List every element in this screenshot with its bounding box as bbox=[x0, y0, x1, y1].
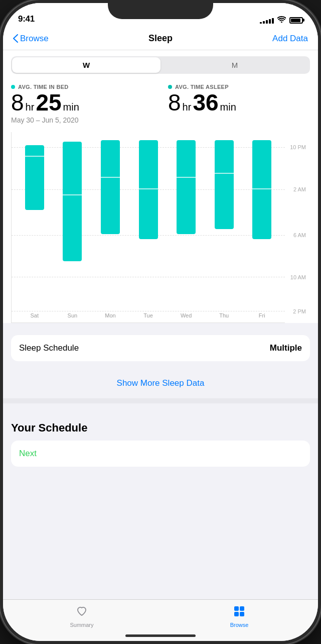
schedule-card[interactable]: Next bbox=[11, 441, 310, 467]
add-data-button[interactable]: Add Data bbox=[272, 34, 308, 44]
back-label: Browse bbox=[20, 34, 49, 44]
bar-column: Sat bbox=[16, 137, 54, 307]
bar-column: Sun bbox=[54, 137, 92, 307]
bar-day-label: Sat bbox=[16, 312, 54, 318]
show-more-section: Show More Sleep Data bbox=[3, 369, 318, 398]
stat-asleep-label: AVG. TIME ASLEEP bbox=[168, 84, 310, 90]
bar-column: Fri bbox=[243, 137, 281, 307]
sleep-bar[interactable] bbox=[139, 140, 158, 239]
asleep-marker bbox=[215, 173, 234, 174]
nav-bar: Browse Sleep Add Data bbox=[3, 28, 318, 50]
asleep-mins: 36 bbox=[193, 91, 218, 114]
bar-day-label: Wed bbox=[167, 312, 205, 318]
bed-dot bbox=[11, 85, 15, 89]
asleep-marker bbox=[101, 177, 120, 178]
bed-hr-unit: hr bbox=[26, 101, 35, 113]
asleep-hours: 8 bbox=[168, 91, 181, 114]
sleep-bar[interactable] bbox=[252, 140, 271, 239]
divider-1 bbox=[3, 323, 318, 327]
bed-min-unit: min bbox=[63, 101, 79, 113]
back-button[interactable]: Browse bbox=[13, 34, 49, 44]
summary-icon bbox=[75, 605, 88, 620]
stats-section: AVG. TIME IN BED 8 hr 25 min AVG. TIME A… bbox=[3, 80, 318, 130]
schedule-header: Your Schedule bbox=[3, 411, 318, 441]
show-more-link[interactable]: Show More Sleep Data bbox=[117, 378, 205, 388]
sleep-schedule-row: Sleep Schedule Multiple bbox=[11, 335, 310, 361]
segment-monthly[interactable]: M bbox=[160, 57, 309, 73]
notch bbox=[108, 0, 213, 19]
sleep-bar[interactable] bbox=[63, 142, 82, 261]
tab-summary[interactable]: Summary bbox=[3, 605, 160, 628]
section-divider bbox=[3, 398, 318, 403]
stat-bed-value: 8 hr 25 min bbox=[11, 91, 153, 114]
home-indicator bbox=[125, 634, 196, 637]
bar-day-label: Mon bbox=[91, 312, 129, 318]
svg-rect-2 bbox=[234, 612, 239, 616]
chart-wrapper: SatSunMonTueWedThuFri 10 PM 2 AM 6 AM 10… bbox=[11, 132, 310, 323]
segment-weekly[interactable]: W bbox=[12, 57, 160, 73]
asleep-marker bbox=[139, 188, 158, 189]
battery-icon bbox=[289, 17, 303, 24]
stat-time-in-bed: AVG. TIME IN BED 8 hr 25 min bbox=[11, 84, 153, 114]
asleep-marker bbox=[252, 188, 271, 189]
phone-frame: 9:41 bbox=[0, 0, 321, 644]
y-label-2pm: 2 PM bbox=[293, 308, 306, 314]
phone-inner: 9:41 bbox=[3, 3, 318, 641]
sleep-bar[interactable] bbox=[101, 140, 120, 234]
next-label: Next bbox=[19, 449, 37, 458]
browse-tab-label: Browse bbox=[230, 622, 249, 628]
svg-rect-0 bbox=[234, 606, 239, 611]
signal-bars-icon bbox=[260, 17, 274, 24]
y-label-10pm: 10 PM bbox=[290, 144, 306, 150]
status-icons bbox=[260, 16, 303, 24]
bar-column: Thu bbox=[205, 137, 243, 307]
chart-bars: SatSunMonTueWedThuFri bbox=[12, 137, 285, 307]
chart-area: SatSunMonTueWedThuFri bbox=[11, 132, 285, 323]
bar-column: Mon bbox=[91, 137, 129, 307]
grid-line-5 bbox=[12, 311, 285, 311]
schedule-section: Your Schedule Next bbox=[3, 411, 318, 477]
bed-hours: 8 bbox=[11, 91, 24, 114]
asleep-marker bbox=[177, 177, 196, 178]
svg-rect-1 bbox=[240, 606, 244, 611]
date-range: May 30 – Jun 5, 2020 bbox=[11, 116, 310, 124]
tab-browse[interactable]: Browse bbox=[160, 605, 318, 628]
stat-time-asleep: AVG. TIME ASLEEP 8 hr 36 min bbox=[168, 84, 310, 114]
chart-section: SatSunMonTueWedThuFri 10 PM 2 AM 6 AM 10… bbox=[3, 130, 318, 323]
bed-mins: 25 bbox=[36, 91, 61, 114]
page-title: Sleep bbox=[148, 33, 173, 44]
bar-column: Wed bbox=[167, 137, 205, 307]
bar-day-label: Thu bbox=[205, 312, 243, 318]
battery-fill bbox=[291, 19, 300, 22]
y-axis: 10 PM 2 AM 6 AM 10 AM 2 PM bbox=[285, 132, 310, 323]
svg-rect-3 bbox=[240, 612, 244, 616]
bar-day-label: Fri bbox=[243, 312, 281, 318]
asleep-hr-unit: hr bbox=[183, 101, 192, 113]
stats-row: AVG. TIME IN BED 8 hr 25 min AVG. TIME A… bbox=[11, 84, 310, 114]
sleep-schedule-card[interactable]: Sleep Schedule Multiple bbox=[11, 335, 310, 361]
stat-bed-label: AVG. TIME IN BED bbox=[11, 84, 153, 90]
asleep-min-unit: min bbox=[220, 101, 236, 113]
asleep-marker bbox=[63, 194, 82, 195]
stat-asleep-value: 8 hr 36 min bbox=[168, 91, 310, 114]
asleep-marker bbox=[25, 156, 44, 157]
summary-tab-label: Summary bbox=[70, 622, 93, 628]
y-label-2am: 2 AM bbox=[293, 186, 306, 192]
bar-column: Tue bbox=[129, 137, 168, 307]
sleep-bar[interactable] bbox=[25, 145, 44, 210]
sleep-schedule-value: Multiple bbox=[270, 343, 302, 353]
segment-control: W M bbox=[11, 56, 310, 74]
bar-day-label: Sun bbox=[54, 312, 92, 318]
y-label-6am: 6 AM bbox=[293, 232, 306, 238]
bar-day-label: Tue bbox=[129, 312, 168, 318]
sleep-bar[interactable] bbox=[177, 140, 196, 234]
status-time: 9:41 bbox=[18, 14, 35, 24]
segment-container: W M bbox=[3, 50, 318, 80]
sleep-schedule-label: Sleep Schedule bbox=[19, 343, 79, 353]
sleep-bar[interactable] bbox=[215, 140, 234, 229]
wifi-icon bbox=[277, 16, 286, 24]
asleep-dot bbox=[168, 85, 172, 89]
content-area: W M AVG. TIME IN BED 8 hr 25 bbox=[3, 50, 318, 594]
y-label-10am: 10 AM bbox=[290, 274, 306, 280]
browse-icon bbox=[233, 605, 246, 620]
